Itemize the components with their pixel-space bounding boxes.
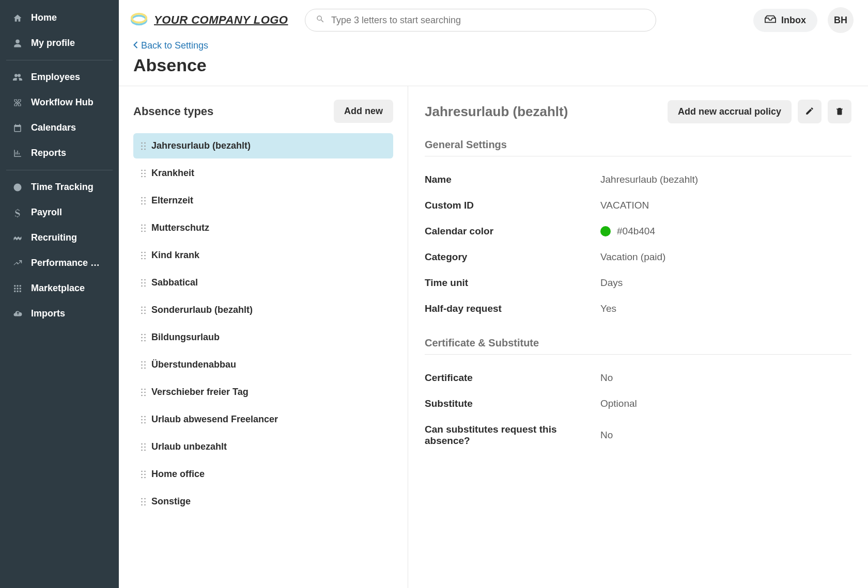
svg-point-11	[144, 172, 146, 174]
absence-type-item[interactable]: Urlaub abwesend Freelancer	[133, 407, 393, 432]
sidebar-item-label: Calendars	[31, 122, 76, 133]
svg-point-25	[144, 230, 146, 232]
field-category: Category Vacation (paid)	[425, 244, 851, 270]
drag-handle-icon[interactable]	[141, 279, 146, 287]
absence-type-item[interactable]: Verschieber freier Tag	[133, 379, 393, 405]
drag-handle-icon[interactable]	[141, 416, 146, 424]
inbox-icon	[765, 15, 776, 26]
field-substitute: Substitute Optional	[425, 391, 851, 417]
sidebar-divider	[6, 170, 113, 170]
svg-point-35	[144, 282, 146, 283]
drag-handle-icon[interactable]	[141, 169, 146, 178]
company-logo[interactable]: YOUR COMPANY LOGO	[129, 9, 295, 31]
search-box[interactable]	[305, 9, 656, 31]
svg-point-58	[141, 391, 143, 393]
svg-point-80	[141, 498, 143, 499]
sidebar-item-reports[interactable]: Reports	[0, 140, 119, 166]
sidebar-item-time-tracking[interactable]: Time Tracking	[0, 174, 119, 200]
field-value: No	[600, 372, 613, 384]
drag-handle-icon[interactable]	[141, 333, 146, 342]
sidebar-item-recruiting[interactable]: Recruiting	[0, 225, 119, 250]
absence-type-item[interactable]: Sonderurlaub (bezahlt)	[133, 297, 393, 323]
svg-point-21	[144, 224, 146, 226]
sidebar-item-my-profile[interactable]: My profile	[0, 30, 119, 56]
absence-type-label: Urlaub abwesend Freelancer	[151, 414, 278, 425]
sidebar: HomeMy profile EmployeesWorkflow HubCale…	[0, 0, 119, 588]
section-general-title: General Settings	[425, 139, 851, 156]
avatar[interactable]: BH	[828, 7, 854, 33]
delete-button[interactable]	[828, 100, 851, 123]
absence-type-item[interactable]: Jahresurlaub (bezahlt)	[133, 133, 393, 158]
grid-icon	[12, 283, 23, 294]
sidebar-item-marketplace[interactable]: Marketplace	[0, 276, 119, 301]
svg-point-81	[144, 498, 146, 499]
drag-handle-icon[interactable]	[141, 443, 146, 451]
absence-type-label: Jahresurlaub (bezahlt)	[151, 140, 251, 151]
svg-point-14	[141, 197, 143, 198]
svg-point-32	[141, 279, 143, 280]
svg-point-20	[141, 224, 143, 226]
drag-handle-icon[interactable]	[141, 224, 146, 232]
sidebar-item-employees[interactable]: Employees	[0, 65, 119, 90]
drag-handle-icon[interactable]	[141, 470, 146, 479]
absence-type-item[interactable]: Krankheit	[133, 161, 393, 186]
svg-point-68	[141, 443, 143, 444]
back-to-settings-link[interactable]: Back to Settings	[133, 40, 208, 51]
svg-point-12	[141, 176, 143, 177]
absence-type-item[interactable]: Kind krank	[133, 243, 393, 268]
trash-icon	[835, 106, 844, 117]
svg-point-78	[141, 476, 143, 478]
add-new-button[interactable]: Add new	[334, 100, 393, 123]
sidebar-item-calendars[interactable]: Calendars	[0, 115, 119, 140]
svg-point-85	[144, 504, 146, 505]
search-input[interactable]	[331, 15, 645, 26]
absence-type-item[interactable]: Sabbatical	[133, 270, 393, 295]
sidebar-item-home[interactable]: Home	[0, 5, 119, 30]
field-calendar-color: Calendar color #04b404	[425, 218, 851, 244]
sidebar-item-workflow-hub[interactable]: Workflow Hub	[0, 90, 119, 115]
absence-type-item[interactable]: Mutterschutz	[133, 215, 393, 241]
sidebar-item-performance-d-[interactable]: Performance & D...	[0, 250, 119, 276]
field-value: Vacation (paid)	[600, 251, 665, 263]
svg-point-43	[144, 312, 146, 314]
absence-types-panel: Absence types Add new Jahresurlaub (beza…	[119, 86, 408, 588]
absence-type-item[interactable]: Sonstige	[133, 489, 393, 514]
drag-handle-icon[interactable]	[141, 197, 146, 205]
absence-type-item[interactable]: Bildungsurlaub	[133, 325, 393, 350]
sidebar-item-label: Recruiting	[31, 232, 77, 243]
svg-point-65	[144, 419, 146, 420]
calendar-icon	[12, 123, 23, 133]
drag-handle-icon[interactable]	[141, 142, 146, 150]
field-can-substitutes: Can substitutes request this absence? No	[425, 417, 851, 454]
field-value: Yes	[600, 303, 616, 314]
drag-handle-icon[interactable]	[141, 251, 146, 260]
svg-point-42	[141, 312, 143, 314]
inbox-button[interactable]: Inbox	[753, 9, 817, 32]
svg-point-17	[144, 200, 146, 201]
svg-point-13	[144, 176, 146, 177]
sidebar-item-label: Workflow Hub	[31, 97, 94, 108]
chevron-left-icon	[133, 40, 138, 51]
svg-point-69	[144, 443, 146, 444]
svg-point-4	[141, 145, 143, 147]
drag-handle-icon[interactable]	[141, 306, 146, 314]
absence-type-label: Home office	[151, 469, 205, 480]
absence-type-item[interactable]: Überstundenabbau	[133, 352, 393, 377]
edit-button[interactable]	[798, 100, 822, 123]
absence-type-item[interactable]: Home office	[133, 462, 393, 487]
add-accrual-policy-button[interactable]: Add new accrual policy	[668, 100, 792, 123]
drag-handle-icon[interactable]	[141, 361, 146, 369]
drag-handle-icon[interactable]	[141, 388, 146, 396]
sidebar-item-label: Time Tracking	[31, 182, 94, 193]
drag-handle-icon[interactable]	[141, 498, 146, 506]
absence-type-item[interactable]: Elternzeit	[133, 188, 393, 213]
svg-point-82	[141, 501, 143, 502]
svg-point-46	[141, 337, 143, 338]
svg-point-75	[144, 470, 146, 472]
svg-point-33	[144, 279, 146, 280]
sidebar-item-imports[interactable]: Imports	[0, 301, 119, 326]
svg-point-10	[141, 172, 143, 174]
svg-point-48	[141, 340, 143, 341]
absence-type-item[interactable]: Urlaub unbezahlt	[133, 434, 393, 459]
sidebar-item-payroll[interactable]: Payroll	[0, 200, 119, 225]
